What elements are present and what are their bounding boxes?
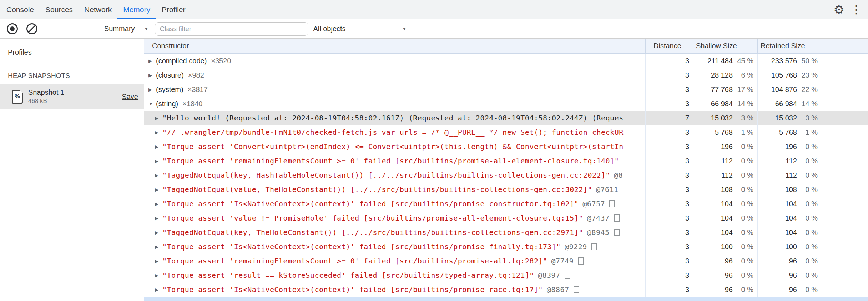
- tab-profiler[interactable]: Profiler: [156, 0, 191, 19]
- column-header-constructor[interactable]: Constructor: [144, 39, 645, 53]
- shallow-size-cell: 66 98414 %: [692, 97, 757, 111]
- string-row[interactable]: ▶"// .wrangler/tmp/bundle-FmNIt0/checked…: [144, 125, 868, 139]
- save-snapshot-link[interactable]: Save: [122, 93, 138, 101]
- retained-size-cell: 1120 %: [757, 168, 868, 182]
- collapsed-triangle-icon[interactable]: ▶: [155, 258, 162, 264]
- shallow-size-percent: 17 %: [733, 85, 753, 94]
- constructor-row[interactable]: ▼(string)×1840366 98414 %66 98414 %: [144, 97, 868, 111]
- shallow-size-percent: 0 %: [733, 243, 753, 251]
- more-options-kebab-icon[interactable]: ⋮: [851, 4, 862, 15]
- shallow-size-cell: 960 %: [692, 254, 757, 268]
- string-row[interactable]: ▶"Hello world! (Requested at: 2024-08-19…: [144, 111, 868, 125]
- object-id: @8945: [587, 228, 610, 237]
- string-row[interactable]: ▶"Torque assert 'result == kStoreSuccede…: [144, 268, 868, 282]
- tab-network[interactable]: Network: [79, 0, 117, 19]
- retained-size-cell: 1080 %: [757, 182, 868, 197]
- collapsed-triangle-icon[interactable]: ▶: [148, 87, 156, 92]
- sidebar-item-snapshot-1[interactable]: % Snapshot 1 468 kB Save: [0, 84, 144, 109]
- string-row[interactable]: ▶"Torque assert 'Is<NativeContext>(conte…: [144, 240, 868, 254]
- tab-console[interactable]: Console: [1, 0, 40, 19]
- constructor-cell: ▶"Torque assert 'value != PromiseHole' f…: [144, 211, 645, 225]
- instance-count: ×3520: [211, 57, 231, 65]
- column-header-retained-size[interactable]: Retained Size: [757, 39, 868, 53]
- tab-memory[interactable]: Memory: [117, 0, 156, 19]
- retained-size-percent: 0 %: [797, 257, 818, 265]
- objects-select-value: All objects: [313, 25, 345, 33]
- profiles-sidebar: Profiles HEAP SNAPSHOTS % Snapshot 1 468…: [0, 39, 144, 301]
- constructor-cell: ▶"TaggedNotEqual(key, TheHoleConstant())…: [144, 225, 645, 240]
- string-row[interactable]: ▶"TaggedNotEqual(key, TheHoleConstant())…: [144, 225, 868, 240]
- shallow-size-cell: 211 48445 %: [692, 54, 757, 68]
- retained-size-cell: 233 57650 %: [757, 54, 868, 68]
- shallow-size-percent: 0 %: [733, 143, 753, 151]
- collapsed-triangle-icon[interactable]: ▶: [155, 201, 162, 207]
- column-header-shallow-size[interactable]: Shallow Size: [692, 39, 757, 53]
- collapsed-triangle-icon[interactable]: ▶: [155, 130, 162, 135]
- retained-size-cell: 1000 %: [757, 240, 868, 254]
- shallow-size-percent: 0 %: [733, 171, 753, 179]
- collapsed-triangle-icon[interactable]: ▶: [148, 73, 156, 78]
- shallow-size-cell: 1040 %: [692, 225, 757, 240]
- shallow-size-percent: 0 %: [733, 271, 753, 280]
- collapsed-triangle-icon[interactable]: ▶: [155, 216, 162, 221]
- collapsed-triangle-icon[interactable]: ▶: [155, 173, 162, 178]
- string-row[interactable]: ▶"Torque assert 'Is<NativeContext>(conte…: [144, 197, 868, 211]
- string-row[interactable]: ▶"TaggedNotEqual(key, HashTableHoleConst…: [144, 168, 868, 182]
- collapsed-triangle-icon[interactable]: ▶: [155, 273, 162, 278]
- column-header-distance[interactable]: Distance: [645, 39, 692, 53]
- collapsed-triangle-icon[interactable]: ▶: [155, 158, 162, 164]
- collapsed-triangle-icon[interactable]: ▶: [155, 144, 162, 149]
- collapsed-triangle-icon[interactable]: ▶: [148, 58, 156, 64]
- shallow-size-cell: 1080 %: [692, 182, 757, 197]
- retained-size-cell: 66 98414 %: [757, 97, 868, 111]
- collapsed-triangle-icon[interactable]: ▶: [155, 244, 162, 250]
- retained-size-value: 15 032: [758, 114, 797, 122]
- object-id: @8867: [547, 285, 569, 294]
- constructor-row[interactable]: ▶(closure)×982328 1286 %105 76823 %: [144, 68, 868, 82]
- instance-count: ×982: [188, 71, 204, 79]
- tab-sources[interactable]: Sources: [40, 0, 79, 19]
- partial-selected-row[interactable]: [144, 297, 868, 301]
- string-value: "Torque assert 'Is<NativeContext>(contex…: [162, 285, 543, 294]
- distance-cell: 3: [645, 68, 692, 82]
- objects-select[interactable]: All objects ▼: [313, 25, 407, 33]
- expanded-triangle-icon[interactable]: ▼: [148, 101, 156, 107]
- record-heap-snapshot-icon[interactable]: [7, 23, 18, 34]
- class-filter-input[interactable]: [155, 22, 308, 36]
- perspective-select-value: Summary: [104, 25, 135, 33]
- settings-gear-icon[interactable]: ⚙: [834, 4, 844, 16]
- distance-cell: 3: [645, 240, 692, 254]
- retained-size-value: 96: [758, 257, 797, 265]
- devtools-memory-panel: Console Sources Network Memory Profiler …: [0, 0, 868, 301]
- constructor-row[interactable]: ▶(system)×3817377 76817 %104 87622 %: [144, 82, 868, 97]
- retained-size-value: 104: [758, 214, 797, 222]
- shallow-size-value: 5 768: [692, 128, 733, 137]
- string-row[interactable]: ▶"Torque assert 'remainingElementsCount …: [144, 154, 868, 168]
- retained-size-percent: 0 %: [797, 171, 818, 179]
- string-row[interactable]: ▶"TaggedNotEqual(value, TheHoleConstant(…: [144, 182, 868, 197]
- object-id: @9229: [565, 242, 587, 251]
- collapsed-triangle-icon[interactable]: ▶: [155, 287, 162, 292]
- string-row[interactable]: ▶"Torque assert 'remainingElementsCount …: [144, 254, 868, 268]
- retained-size-cell: 5 7681 %: [757, 125, 868, 139]
- collapsed-triangle-icon[interactable]: ▶: [155, 230, 162, 235]
- string-row[interactable]: ▶"Torque assert 'Is<NativeContext>(conte…: [144, 282, 868, 297]
- object-id: @7611: [596, 185, 619, 194]
- constructor-cell: ▼(string)×1840: [144, 97, 645, 111]
- retained-size-cell: 1040 %: [757, 225, 868, 240]
- perspective-select[interactable]: Summary ▼: [104, 25, 148, 33]
- shallow-size-value: 96: [692, 257, 733, 265]
- constructor-row[interactable]: ▶(compiled code)×35203211 48445 %233 576…: [144, 54, 868, 68]
- string-row[interactable]: ▶"Torque assert 'Convert<uintptr>(endInd…: [144, 139, 868, 154]
- distance-cell: 3: [645, 168, 692, 182]
- retained-size-percent: 0 %: [797, 228, 818, 237]
- string-row[interactable]: ▶"Torque assert 'value != PromiseHole' f…: [144, 211, 868, 225]
- distance-cell: 3: [645, 154, 692, 168]
- shallow-size-value: 104: [692, 214, 733, 222]
- clear-all-profiles-icon[interactable]: [26, 23, 37, 34]
- tab-bar-actions: ⚙ ⋮: [827, 0, 868, 19]
- collapsed-triangle-icon[interactable]: ▶: [155, 187, 162, 192]
- constructor-cell: ▶"Torque assert 'remainingElementsCount …: [144, 254, 645, 268]
- toolbar-divider: [827, 4, 827, 15]
- collapsed-triangle-icon[interactable]: ▶: [155, 115, 162, 121]
